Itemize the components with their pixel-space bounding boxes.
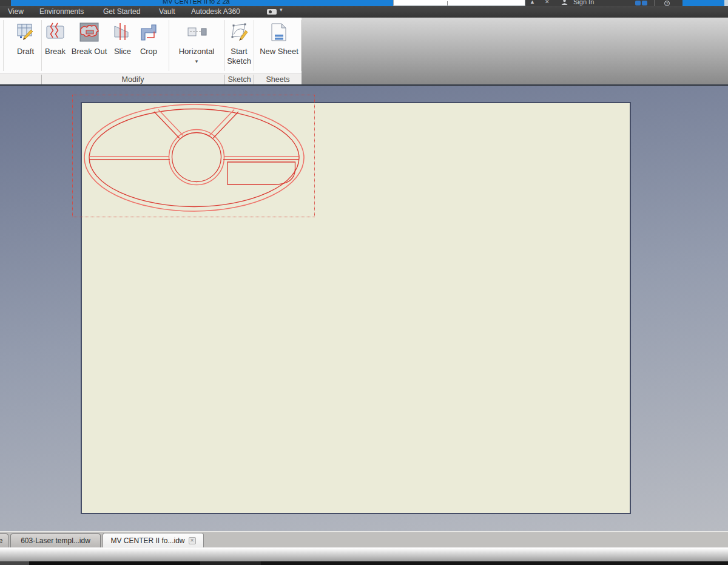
panel-strip: Modify Sketch Sheets <box>0 73 302 84</box>
document-tab-603-laser[interactable]: 603-Laser templ...idw <box>10 533 101 547</box>
status-bar <box>0 547 728 561</box>
horizontal-icon[interactable] <box>186 22 207 42</box>
taskbar-edge <box>0 561 728 565</box>
crop-icon[interactable] <box>138 22 159 42</box>
screen-record-icon[interactable] <box>267 9 277 15</box>
new-sheet-icon[interactable] <box>268 22 289 42</box>
document-tab-bar: e 603-Laser templ...idw MV CENTER II fo.… <box>0 532 728 547</box>
panel-divider <box>169 20 169 71</box>
help-icon[interactable]: ? <box>664 1 670 6</box>
tab-close-icon[interactable]: ✕ <box>189 537 196 544</box>
panel-modify[interactable]: Modify <box>41 75 224 84</box>
panel-divider <box>301 20 302 71</box>
search-box[interactable] <box>393 0 525 6</box>
draft-icon[interactable] <box>15 22 36 42</box>
panel-sketch[interactable]: Sketch <box>225 75 254 84</box>
ribbon-tab-bar: View Environments Get Started Vault Auto… <box>0 6 728 18</box>
document-tab-label: 603-Laser templ...idw <box>21 536 90 545</box>
window-title: MV CENTER II fo 2 2a <box>163 0 296 6</box>
tab-autodesk-a360[interactable]: Autodesk A360 <box>191 7 240 16</box>
strip-divider <box>254 75 254 85</box>
break-out-icon[interactable] <box>79 22 99 42</box>
taskbar-segment <box>261 561 728 565</box>
strip-divider <box>41 75 42 85</box>
horizontal-button[interactable]: Horizontal <box>175 47 218 56</box>
ribbon-empty-area <box>302 18 728 84</box>
new-sheet-button[interactable]: New Sheet <box>258 47 300 56</box>
search-caret <box>447 1 448 5</box>
title-bar-blue-right <box>682 0 724 6</box>
slice-icon[interactable] <box>112 22 133 42</box>
document-tab-label: MV CENTER II fo...idw <box>110 536 184 545</box>
start-sketch-button[interactable]: Start <box>221 47 257 56</box>
tab-vault[interactable]: Vault <box>159 7 175 16</box>
taskbar-segment <box>29 561 200 565</box>
document-tab-partial-label: e <box>0 536 2 545</box>
start-sketch-button-line2[interactable]: Sketch <box>221 57 257 66</box>
document-tab-partial[interactable]: e <box>0 533 8 547</box>
tab-get-started[interactable]: Get Started <box>103 7 140 16</box>
start-sketch-icon[interactable] <box>229 22 249 42</box>
user-icon <box>561 0 568 6</box>
break-icon[interactable] <box>45 22 66 42</box>
star-icon[interactable]: ▲ <box>530 0 535 5</box>
panel-divider <box>3 20 4 71</box>
infocenter-icon-2[interactable] <box>642 1 647 5</box>
horizontal-dropdown-arrow[interactable]: ▾ <box>175 58 218 64</box>
tab-environments[interactable]: Environments <box>39 7 84 16</box>
strip-divider <box>224 75 225 85</box>
selection-marquee <box>72 95 315 217</box>
infocenter-icon-1[interactable] <box>635 1 641 5</box>
record-dropdown-arrow[interactable]: ▾ <box>280 7 283 13</box>
titlebar-separator <box>654 0 655 6</box>
title-bar-edge <box>724 0 728 6</box>
panel-sheets[interactable]: Sheets <box>254 75 302 84</box>
drawing-viewport[interactable] <box>0 86 728 531</box>
panel-divider <box>41 20 42 71</box>
title-bar: MV CENTER II fo 2 2a ▲ ✕ Sign In ? <box>0 0 728 6</box>
ribbon: Draft Break Break Out Slice Crop <box>0 18 728 86</box>
document-tab-mv-center-active[interactable]: MV CENTER II fo...idw ✕ <box>103 533 204 547</box>
tab-view[interactable]: View <box>8 7 24 16</box>
close-icon[interactable]: ✕ <box>545 0 550 5</box>
sign-in-link[interactable]: Sign In <box>573 0 594 5</box>
taskbar-segment <box>200 561 261 565</box>
crop-button[interactable]: Crop <box>130 47 167 56</box>
